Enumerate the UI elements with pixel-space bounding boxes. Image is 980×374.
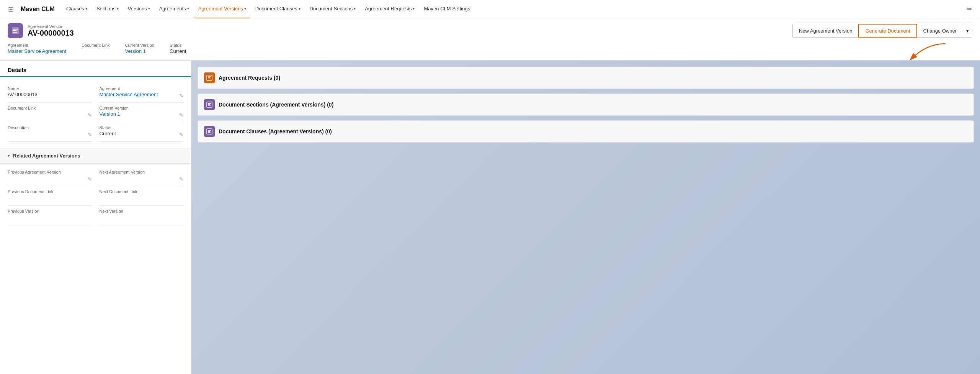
prev-document-link-value	[8, 195, 92, 202]
generate-document-button[interactable]: Generate Document	[858, 24, 917, 38]
chevron-down-icon: ▾	[299, 7, 301, 11]
document-clauses-title: Document Clauses (Agreement Versions) (0…	[219, 128, 332, 135]
record-name: AV-00000013	[28, 29, 74, 38]
document-clauses-icon	[204, 126, 215, 137]
nav-sections[interactable]: Sections ▾	[93, 0, 122, 18]
next-document-link-label: Next Document Link	[100, 189, 184, 194]
document-link-detail-field: Document Link ✎	[8, 103, 92, 122]
document-sections-card-header[interactable]: Document Sections (Agreement Versions) (…	[198, 94, 973, 115]
current-version-detail-value[interactable]: Version 1	[100, 111, 120, 119]
app-brand: Maven CLM	[21, 6, 55, 13]
chevron-down-icon: ▾	[187, 7, 189, 11]
name-field: Name AV-00000013	[8, 83, 92, 103]
current-version-detail-label: Current Version	[100, 106, 184, 110]
details-title: Details	[8, 67, 183, 73]
current-version-detail-field: Current Version Version 1 ✎	[100, 103, 184, 122]
prev-version-field: Previous Version	[8, 206, 92, 225]
next-version-field: Next Version	[100, 206, 184, 225]
chevron-down-icon: ▾	[85, 7, 87, 11]
next-document-link-value	[100, 195, 184, 202]
document-link-edit-icon[interactable]: ✎	[88, 112, 92, 118]
related-versions-header[interactable]: ▾ Related Agreement Versions	[0, 148, 191, 164]
document-sections-title: Document Sections (Agreement Versions) (…	[219, 102, 333, 108]
chevron-down-icon: ▾	[148, 7, 150, 11]
nav-versions[interactable]: Versions ▾	[124, 0, 154, 18]
document-clauses-card: Document Clauses (Agreement Versions) (0…	[198, 120, 974, 143]
edit-icon[interactable]: ✏	[964, 2, 975, 16]
document-clauses-card-header[interactable]: Document Clauses (Agreement Versions) (0…	[198, 121, 973, 142]
current-version-edit-icon[interactable]: ✎	[179, 112, 183, 118]
svg-rect-3	[13, 32, 17, 33]
next-document-link-field: Next Document Link	[100, 186, 184, 206]
nav-clauses[interactable]: Clauses ▾	[62, 0, 91, 18]
name-value: AV-00000013	[8, 92, 92, 99]
right-panel: Agreement Requests (0) Document Sections…	[191, 61, 980, 374]
agreement-field-label: Agreement	[8, 43, 66, 48]
next-version-value	[100, 214, 184, 222]
header-actions: New Agreement Version Generate Document …	[792, 24, 972, 38]
prev-agreement-version-label: Previous Agreement Version	[8, 170, 92, 174]
nav-document-sections[interactable]: Document Sections ▾	[306, 0, 360, 18]
agreement-detail-label: Agreement	[100, 86, 184, 91]
record-identity: Agreement Version AV-00000013	[8, 23, 74, 38]
nav-agreement-versions[interactable]: Agreement Versions ▾	[194, 0, 250, 18]
svg-rect-2	[13, 30, 16, 31]
next-agreement-version-label: Next Agreement Version	[100, 170, 184, 174]
agreement-edit-icon[interactable]: ✎	[179, 93, 183, 98]
details-form-grid: Name AV-00000013 Agreement Master Servic…	[0, 77, 191, 148]
nav-agreements[interactable]: Agreements ▾	[155, 0, 193, 18]
status-detail-field: Status Current ✎	[100, 122, 184, 142]
new-agreement-version-button[interactable]: New Agreement Version	[792, 24, 858, 38]
nav-agreement-requests[interactable]: Agreement Requests ▾	[361, 0, 418, 18]
agreement-detail-value[interactable]: Master Service Agreement	[100, 92, 158, 99]
next-agreement-version-field: Next Agreement Version ✎	[100, 167, 184, 186]
document-link-field-label: Document Link	[82, 43, 109, 48]
description-label: Description	[8, 125, 92, 130]
status-detail-label: Status	[100, 125, 184, 130]
prev-agreement-version-edit-icon[interactable]: ✎	[88, 176, 92, 182]
prev-document-link-field: Previous Document Link	[8, 186, 92, 206]
chevron-down-icon: ▾	[244, 7, 246, 11]
document-sections-card: Document Sections (Agreement Versions) (…	[198, 94, 974, 116]
prev-document-link-label: Previous Document Link	[8, 189, 92, 194]
name-label: Name	[8, 86, 92, 91]
prev-agreement-version-field: Previous Agreement Version ✎	[8, 167, 92, 186]
svg-rect-1	[13, 29, 18, 30]
chevron-down-icon: ▾	[117, 7, 119, 11]
next-version-label: Next Version	[100, 209, 184, 213]
current-version-field-value[interactable]: Version 1	[125, 48, 154, 54]
main-content: Details Name AV-00000013 Agreement Maste…	[0, 61, 980, 374]
top-navigation: ⊞ Maven CLM Clauses ▾ Sections ▾ Version…	[0, 0, 980, 18]
agreement-requests-card-header[interactable]: Agreement Requests (0)	[198, 67, 973, 89]
nav-maven-clm-settings[interactable]: Maven CLM Settings	[420, 0, 474, 18]
next-agreement-version-edit-icon[interactable]: ✎	[179, 176, 183, 182]
agreement-field-value[interactable]: Master Service Agreement	[8, 48, 66, 54]
status-detail-value: Current	[100, 131, 116, 138]
agreement-requests-icon	[204, 72, 215, 83]
agreement-requests-title: Agreement Requests (0)	[219, 75, 280, 81]
prev-version-value	[8, 214, 92, 222]
grid-menu-icon[interactable]: ⊞	[5, 3, 17, 15]
description-field: Description ✎	[8, 122, 92, 142]
change-owner-button[interactable]: Change Owner	[917, 24, 963, 38]
nav-document-clauses[interactable]: Document Clauses ▾	[252, 0, 304, 18]
agreement-requests-card: Agreement Requests (0)	[198, 67, 974, 89]
related-versions-title: Related Agreement Versions	[13, 153, 80, 159]
record-summary-fields: Agreement Master Service Agreement Docum…	[8, 43, 972, 54]
status-field-label: Status	[170, 43, 186, 48]
actions-dropdown-button[interactable]: ▾	[963, 24, 972, 38]
chevron-down-icon: ▾	[354, 7, 356, 11]
related-versions-form-grid: Previous Agreement Version ✎ Next Agreem…	[0, 164, 191, 228]
status-field-value: Current	[170, 48, 186, 54]
document-sections-icon	[204, 99, 215, 110]
details-section-header: Details	[0, 61, 191, 77]
description-edit-icon[interactable]: ✎	[88, 132, 92, 138]
record-type-label: Agreement Version	[28, 24, 74, 29]
document-link-detail-label: Document Link	[8, 106, 92, 110]
record-type-icon	[8, 23, 23, 38]
chevron-collapse-icon: ▾	[8, 153, 10, 158]
chevron-down-icon: ▾	[413, 7, 415, 11]
current-version-field-label: Current Version	[125, 43, 154, 48]
left-panel: Details Name AV-00000013 Agreement Maste…	[0, 61, 191, 374]
status-edit-icon[interactable]: ✎	[179, 132, 183, 138]
